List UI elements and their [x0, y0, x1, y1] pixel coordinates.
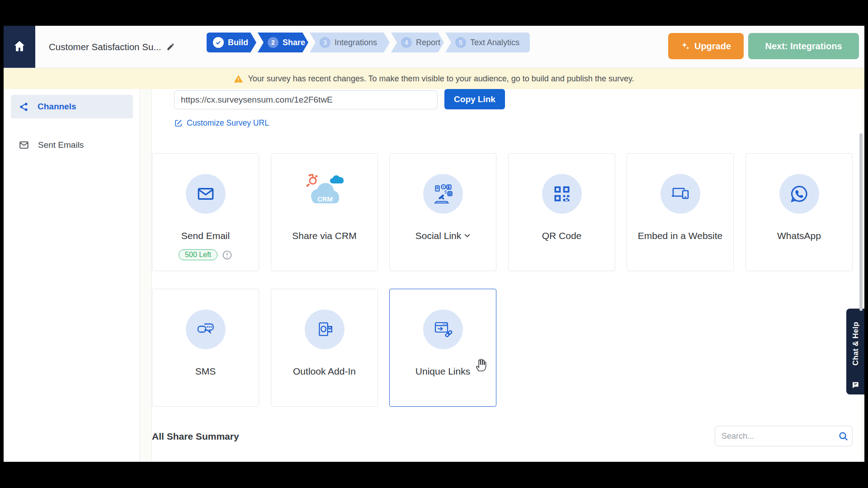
chat-help-label: Chat & Help — [846, 314, 864, 374]
emails-left-badge: 500 Left — [179, 249, 217, 260]
step-number: 4 — [401, 37, 412, 48]
social-link-icon — [423, 174, 463, 214]
channel-label: Share via CRM — [292, 230, 356, 242]
step-label: Integrations — [335, 38, 377, 47]
publish-warning-banner: Your survey has recent changes. To make … — [4, 68, 864, 89]
channel-label: Embed in a Website — [638, 230, 723, 242]
send-email-icon — [186, 174, 226, 214]
step-label: Build — [228, 38, 248, 47]
whatsapp-icon — [779, 174, 819, 214]
home-button[interactable] — [4, 26, 35, 68]
channel-card-share-via-crm[interactable]: CRM Share via CRM — [271, 153, 378, 271]
left-sidebar: Channels Sent Emails — [4, 89, 140, 462]
edit-pencil-icon[interactable] — [166, 42, 175, 51]
top-header: Customer Satisfaction Su... Build 2 Shar… — [4, 26, 864, 68]
vertical-scrollbar[interactable] — [859, 133, 863, 311]
chat-bubble-icon — [846, 381, 864, 389]
warning-triangle-icon — [234, 74, 243, 84]
channel-card-embed-website[interactable]: Embed in a Website — [627, 153, 734, 271]
channel-card-whatsapp[interactable]: WhatsApp — [745, 153, 853, 271]
step-label: Report — [416, 38, 440, 47]
next-integrations-button[interactable]: Next: Integrations — [748, 33, 859, 59]
channel-card-unique-links[interactable]: Unique Links — [389, 289, 496, 407]
step-build[interactable]: Build — [207, 33, 256, 52]
outlook-icon — [305, 310, 344, 349]
step-number: 5 — [455, 37, 466, 48]
home-icon — [13, 39, 26, 55]
customize-survey-url-link[interactable]: Customize Survey URL — [174, 118, 269, 128]
edit-box-icon — [174, 119, 183, 127]
copy-link-button[interactable]: Copy Link — [444, 89, 505, 109]
envelope-icon — [19, 140, 29, 150]
channel-label: Outlook Add-In — [293, 365, 356, 378]
search-input[interactable] — [715, 432, 834, 441]
sidebar-item-label: Sent Emails — [38, 140, 84, 150]
channel-card-send-email[interactable]: Send Email 500 Left — [152, 153, 259, 271]
app-viewport: Customer Satisfaction Su... Build 2 Shar… — [4, 26, 864, 462]
banner-text: Your survey has recent changes. To make … — [248, 74, 634, 84]
embed-devices-icon — [660, 174, 700, 214]
qr-code-icon — [542, 174, 582, 214]
channel-card-sms[interactable]: SMS — [152, 289, 259, 407]
customize-link-label: Customize Survey URL — [187, 118, 269, 128]
letterboxed-screen: Customer Satisfaction Su... Build 2 Shar… — [0, 0, 868, 488]
survey-step-nav: Build 2 Share 3 Integrations 4 Report 5 … — [207, 33, 530, 52]
channel-card-qr-code[interactable]: QR Code — [508, 153, 615, 271]
sms-chat-icon — [186, 310, 226, 349]
channel-label: QR Code — [542, 230, 582, 242]
search-icon[interactable] — [834, 431, 852, 441]
sidebar-item-channels[interactable]: Channels — [11, 95, 133, 118]
step-report[interactable]: 4 Report — [391, 33, 444, 52]
sidebar-item-label: Channels — [38, 102, 76, 112]
step-text-analytics[interactable]: 5 Text Analytics — [445, 33, 530, 52]
chevron-down-icon[interactable] — [464, 234, 470, 238]
sidebar-item-sent-emails[interactable]: Sent Emails — [11, 133, 133, 157]
crm-cloud-icon: CRM — [303, 173, 346, 213]
channel-label: Social Link — [415, 230, 462, 242]
share-nodes-icon — [19, 102, 28, 112]
channel-card-outlook-addin[interactable]: Outlook Add-In — [271, 289, 378, 407]
channel-label: Unique Links — [415, 365, 470, 378]
info-exclamation-icon[interactable] — [222, 250, 232, 260]
all-share-summary-title: All Share Summary — [152, 431, 239, 442]
step-share[interactable]: 2 Share — [258, 33, 308, 52]
step-label: Text Analytics — [470, 38, 519, 47]
survey-title: Customer Satisfaction Su... — [49, 42, 161, 52]
sparkle-icon — [681, 42, 690, 51]
upgrade-button[interactable]: Upgrade — [668, 33, 744, 59]
unique-links-icon — [423, 310, 463, 349]
copy-link-label: Copy Link — [454, 94, 495, 104]
channel-card-social-link[interactable]: Social Link — [389, 153, 496, 271]
step-integrations[interactable]: 3 Integrations — [310, 33, 390, 52]
channel-label: SMS — [195, 365, 216, 378]
survey-url-input[interactable] — [174, 90, 438, 109]
step-label: Share — [283, 38, 305, 47]
check-circle-icon — [213, 37, 224, 48]
channel-label: Send Email — [181, 230, 230, 242]
step-number: 2 — [268, 37, 278, 48]
next-label: Next: Integrations — [765, 41, 842, 52]
share-summary-search — [715, 426, 853, 446]
svg-text:CRM: CRM — [317, 195, 332, 203]
upgrade-label: Upgrade — [694, 41, 731, 52]
step-number: 3 — [320, 37, 330, 48]
chat-help-tab[interactable]: Chat & Help — [846, 309, 864, 394]
channel-label: WhatsApp — [777, 230, 821, 242]
